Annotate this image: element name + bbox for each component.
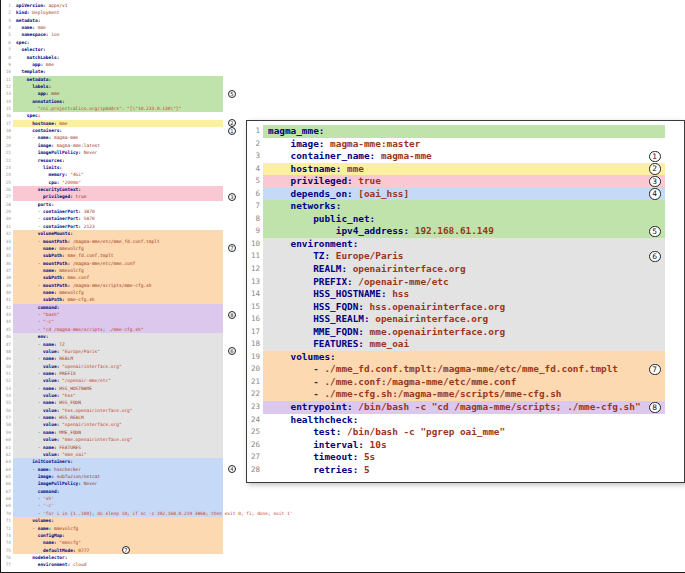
line-number: 8 <box>247 213 263 226</box>
code-text: image: magma-mme:master <box>263 138 420 151</box>
code-line: 13 app: mme5 <box>2 90 684 97</box>
line-number: 8 <box>2 54 13 61</box>
line-number: 70 <box>2 510 13 517</box>
code-text: value: "hss.openairinterface.org" <box>13 407 223 414</box>
line-number: 28 <box>2 201 13 208</box>
code-line: 5 namespace: ion <box>2 31 684 38</box>
line-number: 21 <box>247 376 263 389</box>
line-number: 16 <box>247 313 263 326</box>
callout-badge-4: 4 <box>649 188 661 200</box>
callout-badge-3: 3 <box>649 176 661 188</box>
line-number: 5 <box>2 31 13 38</box>
code-text: - "-c" <box>13 318 223 325</box>
code-text: spec: <box>13 112 40 119</box>
line-number: 20 <box>2 142 13 149</box>
code-line: 14 annotations: <box>2 98 684 105</box>
line-number: 56 <box>2 407 13 414</box>
code-text: name: mme <box>13 24 46 31</box>
code-text: - mountPath: /magma-mme/scripts/mme-cfg.… <box>13 282 223 289</box>
line-number: 9 <box>2 61 13 68</box>
code-text: - ./mme_fd.conf.tmplt:/magma-mme/etc/mme… <box>263 363 665 376</box>
code-line: 7 networks: <box>247 200 684 213</box>
code-text: value: "openairinterface.org" <box>13 363 223 370</box>
code-text: subPath: mme-cfg.sh <box>13 296 223 303</box>
code-text: HSS_HOSTNAME: hss <box>263 288 665 301</box>
callout-badge-6: 6 <box>649 251 661 263</box>
code-text: HSS_REALM: openairinterface.org <box>263 313 665 326</box>
code-line: 67 command: <box>2 488 684 495</box>
line-number: 39 <box>2 282 13 289</box>
code-line: 7 selector: <box>2 46 684 53</box>
code-line: 74 name: "mmecfg" <box>2 539 684 546</box>
callout-badge-7: 7 <box>228 244 236 252</box>
callout-badge-4: 4 <box>228 465 236 473</box>
line-number: 54 <box>2 392 13 399</box>
code-text: subPath: mme_fd.conf.tmplt <box>13 252 223 259</box>
line-number: 42 <box>2 304 13 311</box>
code-text: - name: TZ <box>13 341 223 348</box>
code-text: spec: <box>13 39 30 46</box>
code-line: 28 retries: 5 <box>247 464 684 477</box>
code-text: containers: <box>13 127 62 134</box>
code-line: 18 FEATURES: mme_oai <box>247 338 684 351</box>
line-number: 1 <box>247 125 263 138</box>
code-text: selector: <box>13 46 46 53</box>
code-line: 6 depends_on: [oai_hss]4 <box>247 188 684 201</box>
code-text: - name: HSS_FQDN <box>13 399 223 406</box>
code-line: 16 HSS_REALM: openairinterface.org <box>247 313 684 326</box>
code-text: container_name: magma-mme <box>263 150 432 163</box>
line-number: 47 <box>2 341 13 348</box>
line-number: 12 <box>2 83 13 90</box>
code-text: interval: 10s <box>263 439 387 452</box>
code-text: - containerPort: 5870 <box>13 215 95 222</box>
line-number: 30 <box>2 215 13 222</box>
line-number: 24 <box>247 414 263 427</box>
line-number: 27 <box>2 193 13 200</box>
code-text: HSS_FQDN: hss.openairinterface.org <box>263 301 665 314</box>
code-text: environment: cloud <box>13 561 86 568</box>
code-line: 4 hostname: mme2 <box>247 163 684 176</box>
code-text: - mountPath: /magma-mme/etc/mme_fd.conf.… <box>13 238 223 245</box>
code-line: 22 - ./mme-cfg.sh:/magma-mme/scripts/mme… <box>247 388 684 401</box>
line-number: 5 <box>247 175 263 188</box>
line-number: 6 <box>2 39 13 46</box>
code-text: - containerPort: 3870 <box>13 208 95 215</box>
line-number: 66 <box>2 480 13 487</box>
code-line: 14 HSS_HOSTNAME: hss <box>247 288 684 301</box>
line-number: 55 <box>2 399 13 406</box>
line-number: 6 <box>247 188 263 201</box>
line-number: 11 <box>2 76 13 83</box>
line-number: 24 <box>2 171 13 178</box>
code-text: - ./mme.conf:/magma-mme/etc/mme.conf <box>263 376 665 389</box>
code-line: 12 labels: <box>2 83 684 90</box>
line-number: 34 <box>2 245 13 252</box>
line-number: 25 <box>2 179 13 186</box>
line-number: 68 <box>2 495 13 502</box>
callout-badge-6: 6 <box>228 347 236 355</box>
code-line: 2 image: magma-mme:master <box>247 138 684 151</box>
code-text: - name: FEATURES <box>13 444 223 451</box>
line-number: 18 <box>247 338 263 351</box>
code-line: 11 TZ: Europe/Paris6 <box>247 250 684 263</box>
line-number: 32 <box>2 230 13 237</box>
code-line: 8 matchLabels: <box>2 54 684 61</box>
code-line: 21 - ./mme.conf:/magma-mme/etc/mme.conf <box>247 376 684 389</box>
code-text: kind: Deployment <box>13 9 59 16</box>
code-text: limits: <box>13 164 62 171</box>
line-number: 57 <box>2 414 13 421</box>
code-text: command: <box>13 488 223 495</box>
code-text: - name: PREFIX <box>13 370 223 377</box>
code-text: - "cd /magma-mme/scripts; ./mme-cfg.sh" <box>13 326 223 333</box>
line-number: 25 <box>247 426 263 439</box>
line-number: 60 <box>2 436 13 443</box>
line-number: 26 <box>247 439 263 452</box>
code-line: 6spec: <box>2 39 684 46</box>
line-number: 63 <box>2 458 13 465</box>
callout-badge-2: 2 <box>649 163 661 175</box>
code-text: app: mme <box>13 61 54 68</box>
code-line: 25 test: /bin/bash -c "pgrep oai_mme" <box>247 426 684 439</box>
code-text: matchLabels: <box>13 54 59 61</box>
code-text: value: "mme.openairinterface.org" <box>13 436 223 443</box>
line-number: 23 <box>2 164 13 171</box>
line-number: 40 <box>2 289 13 296</box>
